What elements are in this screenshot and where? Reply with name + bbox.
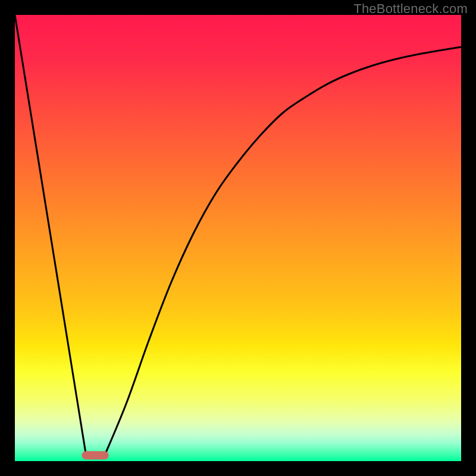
watermark-text: TheBottleneck.com <box>353 1 468 17</box>
bottom-marker <box>82 451 109 459</box>
curve-layer <box>15 15 461 461</box>
right-curve <box>104 47 461 457</box>
plot-area <box>15 15 461 461</box>
left-line <box>15 15 86 457</box>
chart-frame: TheBottleneck.com <box>0 0 476 476</box>
